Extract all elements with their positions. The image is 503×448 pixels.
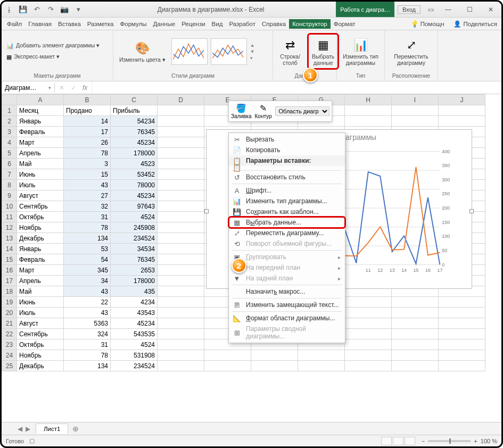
fx-cancel-icon[interactable]: ✕ bbox=[55, 84, 69, 92]
cell-J22[interactable] bbox=[439, 329, 485, 339]
cell-A13[interactable]: Декабрь bbox=[17, 233, 64, 244]
row-header-18[interactable]: 18 bbox=[2, 286, 17, 297]
cell-I24[interactable] bbox=[392, 350, 439, 361]
cell-B10[interactable]: 32 bbox=[64, 201, 111, 212]
style-down-icon[interactable]: ▼ bbox=[250, 49, 255, 54]
sheet-nav-prev-icon[interactable]: ◀ bbox=[18, 425, 22, 433]
cell-J2[interactable] bbox=[439, 116, 485, 127]
chart-style-1[interactable] bbox=[171, 38, 208, 65]
sheet-nav-next-icon[interactable]: ▶ bbox=[26, 425, 30, 433]
cell-C4[interactable]: 45234 bbox=[111, 137, 158, 148]
tab-developer[interactable]: Разработ bbox=[226, 19, 259, 29]
row-header-4[interactable]: 4 bbox=[2, 137, 17, 148]
cell-C18[interactable]: 435 bbox=[111, 286, 158, 297]
cell-A14[interactable]: Январь bbox=[17, 244, 64, 254]
cell-F24[interactable] bbox=[251, 350, 298, 361]
login-button[interactable]: Вход bbox=[398, 5, 420, 14]
tab-home[interactable]: Главная bbox=[25, 19, 55, 29]
cell-H20[interactable] bbox=[345, 308, 392, 318]
ribbon-options-icon[interactable]: ▭ bbox=[424, 6, 438, 13]
cell-C9[interactable]: 45234 bbox=[111, 190, 158, 201]
cell-A23[interactable]: Октябрь bbox=[17, 339, 64, 350]
cell-D10[interactable] bbox=[158, 201, 204, 212]
cell-A15[interactable]: Февраль bbox=[17, 254, 64, 265]
cell-B21[interactable]: 5363 bbox=[64, 318, 111, 329]
cell-D23[interactable] bbox=[158, 339, 204, 350]
cell-A17[interactable]: Апрель bbox=[17, 276, 64, 286]
cell-C7[interactable]: 53452 bbox=[111, 169, 158, 180]
row-header-11[interactable]: 11 bbox=[2, 212, 17, 222]
cell-H19[interactable] bbox=[345, 297, 392, 308]
chart-area-select[interactable]: Область диагр bbox=[275, 106, 329, 116]
cell-H22[interactable] bbox=[345, 329, 392, 339]
cell-D14[interactable] bbox=[158, 244, 204, 254]
sheet-tab-1[interactable]: Лист1 bbox=[36, 424, 68, 434]
cell-D2[interactable] bbox=[158, 116, 204, 127]
fx-confirm-icon[interactable]: ✓ bbox=[69, 84, 78, 92]
zoom-out-icon[interactable]: − bbox=[422, 438, 425, 444]
cell-A24[interactable]: Ноябрь bbox=[17, 350, 64, 361]
cell-I20[interactable] bbox=[392, 308, 439, 318]
tab-file[interactable]: Файл bbox=[4, 19, 25, 29]
style-up-icon[interactable]: ▲ bbox=[250, 43, 255, 48]
cell-C8[interactable]: 78000 bbox=[111, 180, 158, 190]
outline-button[interactable]: ✎ Контур bbox=[255, 103, 272, 119]
cell-D25[interactable] bbox=[158, 361, 204, 371]
cell-D17[interactable] bbox=[158, 276, 204, 286]
cell-B6[interactable]: 3 bbox=[64, 159, 111, 169]
fx-label[interactable]: fx bbox=[78, 84, 92, 92]
share-icon[interactable]: 👤 bbox=[453, 20, 461, 28]
row-header-2[interactable]: 2 bbox=[2, 116, 17, 127]
cell-D6[interactable] bbox=[158, 159, 204, 169]
cell-A25[interactable]: Декабрь bbox=[17, 361, 64, 371]
cell-D21[interactable] bbox=[158, 318, 204, 329]
row-header-19[interactable]: 19 bbox=[2, 297, 17, 308]
cell-H24[interactable] bbox=[345, 350, 392, 361]
cell-J19[interactable] bbox=[439, 297, 485, 308]
quick-layout-button[interactable]: ▦Экспресс-макет ▾ bbox=[5, 53, 61, 62]
chart-style-2[interactable] bbox=[211, 38, 247, 65]
cell-B19[interactable]: 22 bbox=[64, 297, 111, 308]
cell-A5[interactable]: Апрель bbox=[17, 148, 64, 159]
cell-D22[interactable] bbox=[158, 329, 204, 339]
minimize-button[interactable]: — bbox=[438, 2, 459, 18]
cell-C22[interactable]: 543535 bbox=[111, 329, 158, 339]
row-header-15[interactable]: 15 bbox=[2, 254, 17, 265]
row-header-5[interactable]: 5 bbox=[2, 148, 17, 159]
cell-B9[interactable]: 27 bbox=[64, 190, 111, 201]
menu-paste-option-1[interactable]: 📋 bbox=[229, 166, 345, 169]
col-header-A[interactable]: A bbox=[17, 95, 64, 105]
cell-A10[interactable]: Сентябрь bbox=[17, 201, 64, 212]
fill-button[interactable]: 🪣 Заливка bbox=[231, 103, 252, 119]
row-header-20[interactable]: 20 bbox=[2, 308, 17, 318]
cell-D4[interactable] bbox=[158, 137, 204, 148]
row-header-1[interactable]: 1 bbox=[2, 105, 17, 116]
cell-D16[interactable] bbox=[158, 265, 204, 276]
cell-D24[interactable] bbox=[158, 350, 204, 361]
cell-B17[interactable]: 34 bbox=[64, 276, 111, 286]
cell-D12[interactable] bbox=[158, 222, 204, 233]
col-header-C[interactable]: C bbox=[111, 95, 158, 105]
menu-move-chart[interactable]: ⤢Переместить диаграмму... bbox=[229, 228, 345, 238]
cell-A22[interactable]: Сентябрь bbox=[17, 329, 64, 339]
formula-input[interactable] bbox=[92, 81, 501, 94]
row-header-6[interactable]: 6 bbox=[2, 159, 17, 169]
cell-A19[interactable]: Июнь bbox=[17, 297, 64, 308]
cell-J20[interactable] bbox=[439, 308, 485, 318]
cell-C5[interactable]: 178000 bbox=[111, 148, 158, 159]
cell-B25[interactable]: 134 bbox=[64, 361, 111, 371]
cell-A18[interactable]: Май bbox=[17, 286, 64, 297]
cell-J1[interactable] bbox=[439, 105, 485, 116]
cell-A2[interactable]: Январь bbox=[17, 116, 64, 127]
cell-B1[interactable]: Продано bbox=[64, 105, 111, 116]
cell-E24[interactable] bbox=[204, 350, 251, 361]
cell-C13[interactable]: 234524 bbox=[111, 233, 158, 244]
cell-B5[interactable]: 78 bbox=[64, 148, 111, 159]
menu-format-chart-area[interactable]: 📐Формат области диаграммы... bbox=[229, 313, 345, 323]
select-all-cell[interactable] bbox=[2, 95, 17, 105]
cell-H2[interactable] bbox=[345, 116, 392, 127]
cell-B18[interactable]: 43 bbox=[64, 286, 111, 297]
row-header-17[interactable]: 17 bbox=[2, 276, 17, 286]
cell-B12[interactable]: 78 bbox=[64, 222, 111, 233]
cell-B4[interactable]: 26 bbox=[64, 137, 111, 148]
